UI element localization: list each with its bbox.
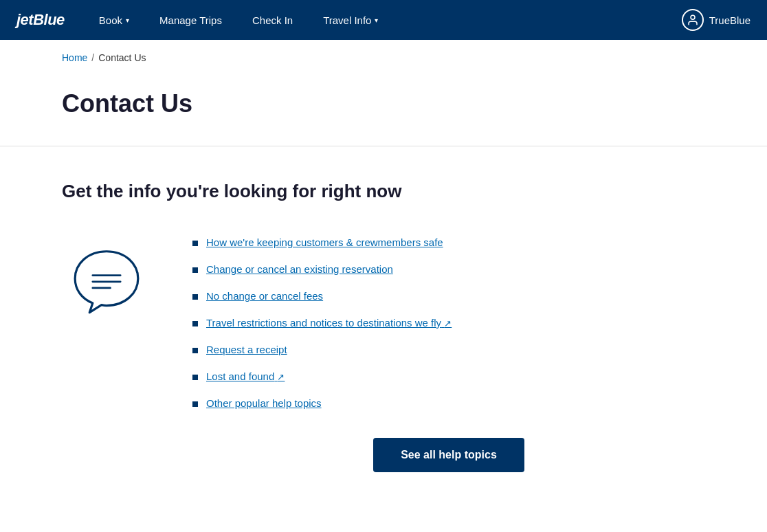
bullet-icon [192, 241, 198, 246]
nav-item-book[interactable]: Book ▾ [84, 0, 144, 40]
bullet-icon [192, 321, 198, 326]
external-link-icon: ↗ [277, 372, 285, 382]
main-nav: jetBlue Book ▾ Manage Trips Check In Tra… [0, 0, 767, 40]
bullet-icon [192, 401, 198, 407]
page-title-section: Contact Us [0, 76, 767, 146]
list-item: No change or cancel fees [192, 289, 705, 303]
breadcrumb-home[interactable]: Home [62, 52, 87, 63]
bullet-icon [192, 348, 198, 353]
external-link-icon: ↗ [444, 318, 452, 329]
bullet-icon [192, 294, 198, 300]
list-item: How we're keeping customers & crewmember… [192, 235, 705, 250]
content-row: How we're keeping customers & crewmember… [62, 235, 705, 472]
book-chevron-icon: ▾ [126, 16, 129, 24]
help-link-popular-topics[interactable]: Other popular help topics [206, 396, 322, 410]
section-heading: Get the info you're looking for right no… [62, 181, 705, 202]
help-link-change-cancel[interactable]: Change or cancel an existing reservation [206, 262, 393, 276]
jetblue-logo[interactable]: jetBlue [16, 11, 65, 29]
trueblue-account[interactable]: TrueBlue [682, 9, 751, 31]
list-item: Other popular help topics [192, 396, 705, 410]
chat-icon-wrapper [62, 235, 151, 318]
list-item: Lost and found ↗ [192, 369, 705, 384]
nav-items: Book ▾ Manage Trips Check In Travel Info… [84, 0, 682, 40]
trueblue-label: TrueBlue [709, 14, 751, 26]
help-link-safety[interactable]: How we're keeping customers & crewmember… [206, 235, 443, 250]
links-section: How we're keeping customers & crewmember… [192, 235, 705, 472]
bullet-icon [192, 267, 198, 273]
page-title: Contact Us [62, 89, 705, 118]
main-content: Get the info you're looking for right no… [0, 146, 767, 507]
nav-item-check-in[interactable]: Check In [237, 0, 308, 40]
breadcrumb-separator: / [91, 52, 94, 63]
cta-wrapper: See all help topics [192, 438, 705, 472]
list-item: Change or cancel an existing reservation [192, 262, 705, 276]
help-link-receipt[interactable]: Request a receipt [206, 342, 287, 357]
svg-point-0 [691, 15, 695, 19]
bullet-icon [192, 375, 198, 380]
help-link-no-fees[interactable]: No change or cancel fees [206, 289, 323, 303]
list-item: Travel restrictions and notices to desti… [192, 315, 705, 330]
see-all-help-topics-button[interactable]: See all help topics [373, 438, 524, 472]
nav-item-manage-trips[interactable]: Manage Trips [144, 0, 237, 40]
breadcrumb: Home / Contact Us [0, 40, 767, 76]
user-account-icon [682, 9, 704, 31]
list-item: Request a receipt [192, 342, 705, 357]
help-link-lost-found[interactable]: Lost and found ↗ [206, 369, 285, 384]
chat-bubble-icon [69, 242, 144, 318]
travel-info-chevron-icon: ▾ [375, 16, 378, 24]
breadcrumb-current: Contact Us [98, 52, 146, 63]
help-link-travel-restrictions[interactable]: Travel restrictions and notices to desti… [206, 315, 452, 330]
help-links-list: How we're keeping customers & crewmember… [192, 235, 705, 410]
nav-item-travel-info[interactable]: Travel Info ▾ [308, 0, 393, 40]
